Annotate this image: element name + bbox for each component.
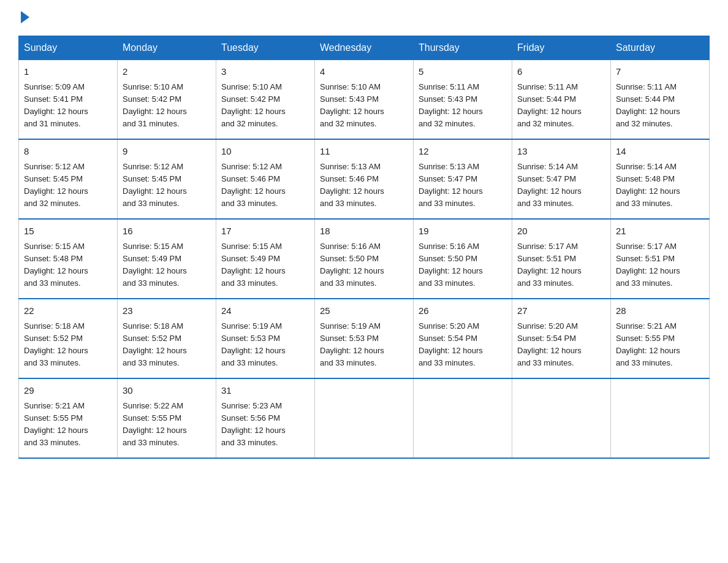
day-number: 1 (24, 65, 112, 79)
day-number: 2 (123, 65, 211, 79)
day-info: Sunrise: 5:16 AMSunset: 5:50 PMDaylight:… (320, 240, 408, 290)
day-number: 17 (221, 224, 309, 239)
day-number: 30 (123, 384, 211, 398)
day-number: 14 (616, 145, 704, 159)
day-number: 3 (221, 65, 309, 79)
calendar-header-saturday: Saturday (611, 36, 710, 60)
calendar-cell: 10Sunrise: 5:12 AMSunset: 5:46 PMDayligh… (216, 139, 315, 219)
day-number: 10 (221, 145, 309, 159)
day-number: 13 (517, 145, 605, 159)
logo-triangle-icon (21, 11, 29, 23)
day-number: 16 (123, 224, 211, 239)
calendar-header-sunday: Sunday (19, 36, 118, 60)
day-number: 31 (221, 384, 309, 398)
day-number: 4 (320, 65, 408, 79)
calendar-cell: 23Sunrise: 5:18 AMSunset: 5:52 PMDayligh… (118, 299, 216, 378)
day-info: Sunrise: 5:11 AMSunset: 5:44 PMDaylight:… (517, 81, 605, 131)
day-info: Sunrise: 5:21 AMSunset: 5:55 PMDaylight:… (24, 400, 112, 450)
calendar-cell (414, 378, 512, 458)
day-number: 7 (616, 65, 704, 79)
day-info: Sunrise: 5:15 AMSunset: 5:49 PMDaylight:… (221, 240, 309, 290)
day-info: Sunrise: 5:12 AMSunset: 5:45 PMDaylight:… (24, 161, 112, 210)
day-number: 21 (616, 224, 704, 239)
day-info: Sunrise: 5:10 AMSunset: 5:42 PMDaylight:… (123, 81, 211, 131)
calendar-week-row: 22Sunrise: 5:18 AMSunset: 5:52 PMDayligh… (19, 299, 710, 378)
calendar-cell: 1Sunrise: 5:09 AMSunset: 5:41 PMDaylight… (19, 60, 118, 140)
day-number: 5 (419, 65, 507, 79)
calendar-cell: 13Sunrise: 5:14 AMSunset: 5:47 PMDayligh… (512, 139, 611, 219)
calendar-cell: 5Sunrise: 5:11 AMSunset: 5:43 PMDaylight… (414, 60, 512, 140)
day-info: Sunrise: 5:19 AMSunset: 5:53 PMDaylight:… (221, 320, 309, 370)
day-number: 22 (24, 304, 112, 318)
day-number: 15 (24, 224, 112, 239)
day-number: 11 (320, 145, 408, 159)
day-info: Sunrise: 5:20 AMSunset: 5:54 PMDaylight:… (419, 320, 507, 370)
calendar-cell: 27Sunrise: 5:20 AMSunset: 5:54 PMDayligh… (512, 299, 611, 378)
calendar-header-thursday: Thursday (414, 36, 512, 60)
day-info: Sunrise: 5:16 AMSunset: 5:50 PMDaylight:… (419, 240, 507, 290)
calendar-cell: 22Sunrise: 5:18 AMSunset: 5:52 PMDayligh… (19, 299, 118, 378)
calendar-cell: 12Sunrise: 5:13 AMSunset: 5:47 PMDayligh… (414, 139, 512, 219)
calendar-cell: 2Sunrise: 5:10 AMSunset: 5:42 PMDaylight… (118, 60, 216, 140)
calendar-cell: 6Sunrise: 5:11 AMSunset: 5:44 PMDaylight… (512, 60, 611, 140)
calendar-cell: 26Sunrise: 5:20 AMSunset: 5:54 PMDayligh… (414, 299, 512, 378)
day-info: Sunrise: 5:17 AMSunset: 5:51 PMDaylight:… (616, 240, 704, 290)
calendar-cell (611, 378, 710, 458)
day-info: Sunrise: 5:12 AMSunset: 5:46 PMDaylight:… (221, 161, 309, 210)
calendar-cell: 3Sunrise: 5:10 AMSunset: 5:42 PMDaylight… (216, 60, 315, 140)
calendar-cell: 20Sunrise: 5:17 AMSunset: 5:51 PMDayligh… (512, 219, 611, 299)
calendar-cell: 28Sunrise: 5:21 AMSunset: 5:55 PMDayligh… (611, 299, 710, 378)
calendar-cell: 11Sunrise: 5:13 AMSunset: 5:46 PMDayligh… (315, 139, 414, 219)
day-number: 24 (221, 304, 309, 318)
day-info: Sunrise: 5:13 AMSunset: 5:46 PMDaylight:… (320, 161, 408, 210)
day-number: 18 (320, 224, 408, 239)
logo (18, 12, 31, 23)
day-number: 12 (419, 145, 507, 159)
calendar-cell: 14Sunrise: 5:14 AMSunset: 5:48 PMDayligh… (611, 139, 710, 219)
day-info: Sunrise: 5:15 AMSunset: 5:49 PMDaylight:… (123, 240, 211, 290)
calendar-cell: 17Sunrise: 5:15 AMSunset: 5:49 PMDayligh… (216, 219, 315, 299)
calendar-cell (315, 378, 414, 458)
calendar-cell: 31Sunrise: 5:23 AMSunset: 5:56 PMDayligh… (216, 378, 315, 458)
calendar-cell (512, 378, 611, 458)
day-number: 9 (123, 145, 211, 159)
calendar-week-row: 29Sunrise: 5:21 AMSunset: 5:55 PMDayligh… (19, 378, 710, 458)
day-info: Sunrise: 5:18 AMSunset: 5:52 PMDaylight:… (24, 320, 112, 370)
day-info: Sunrise: 5:11 AMSunset: 5:43 PMDaylight:… (419, 81, 507, 131)
day-info: Sunrise: 5:11 AMSunset: 5:44 PMDaylight:… (616, 81, 704, 131)
calendar-week-row: 1Sunrise: 5:09 AMSunset: 5:41 PMDaylight… (19, 60, 710, 140)
calendar-cell: 7Sunrise: 5:11 AMSunset: 5:44 PMDaylight… (611, 60, 710, 140)
day-info: Sunrise: 5:10 AMSunset: 5:43 PMDaylight:… (320, 81, 408, 131)
day-number: 27 (517, 304, 605, 318)
day-info: Sunrise: 5:10 AMSunset: 5:42 PMDaylight:… (221, 81, 309, 131)
day-info: Sunrise: 5:22 AMSunset: 5:55 PMDaylight:… (123, 400, 211, 450)
day-number: 20 (517, 224, 605, 239)
calendar-header-tuesday: Tuesday (216, 36, 315, 60)
day-number: 19 (419, 224, 507, 239)
day-info: Sunrise: 5:19 AMSunset: 5:53 PMDaylight:… (320, 320, 408, 370)
calendar-header-wednesday: Wednesday (315, 36, 414, 60)
day-info: Sunrise: 5:14 AMSunset: 5:47 PMDaylight:… (517, 161, 605, 210)
calendar-cell: 4Sunrise: 5:10 AMSunset: 5:43 PMDaylight… (315, 60, 414, 140)
day-info: Sunrise: 5:20 AMSunset: 5:54 PMDaylight:… (517, 320, 605, 370)
calendar-cell: 15Sunrise: 5:15 AMSunset: 5:48 PMDayligh… (19, 219, 118, 299)
day-info: Sunrise: 5:14 AMSunset: 5:48 PMDaylight:… (616, 161, 704, 210)
day-number: 6 (517, 65, 605, 79)
day-number: 8 (24, 145, 112, 159)
day-info: Sunrise: 5:23 AMSunset: 5:56 PMDaylight:… (221, 400, 309, 450)
calendar-header-friday: Friday (512, 36, 611, 60)
page-header (18, 12, 710, 23)
calendar-cell: 8Sunrise: 5:12 AMSunset: 5:45 PMDaylight… (19, 139, 118, 219)
calendar-header-row: SundayMondayTuesdayWednesdayThursdayFrid… (19, 36, 710, 60)
calendar-cell: 21Sunrise: 5:17 AMSunset: 5:51 PMDayligh… (611, 219, 710, 299)
calendar-header-monday: Monday (118, 36, 216, 60)
day-number: 29 (24, 384, 112, 398)
day-info: Sunrise: 5:18 AMSunset: 5:52 PMDaylight:… (123, 320, 211, 370)
calendar-cell: 30Sunrise: 5:22 AMSunset: 5:55 PMDayligh… (118, 378, 216, 458)
calendar-cell: 18Sunrise: 5:16 AMSunset: 5:50 PMDayligh… (315, 219, 414, 299)
calendar-week-row: 15Sunrise: 5:15 AMSunset: 5:48 PMDayligh… (19, 219, 710, 299)
calendar-cell: 16Sunrise: 5:15 AMSunset: 5:49 PMDayligh… (118, 219, 216, 299)
calendar-cell: 9Sunrise: 5:12 AMSunset: 5:45 PMDaylight… (118, 139, 216, 219)
day-info: Sunrise: 5:17 AMSunset: 5:51 PMDaylight:… (517, 240, 605, 290)
day-info: Sunrise: 5:12 AMSunset: 5:45 PMDaylight:… (123, 161, 211, 210)
